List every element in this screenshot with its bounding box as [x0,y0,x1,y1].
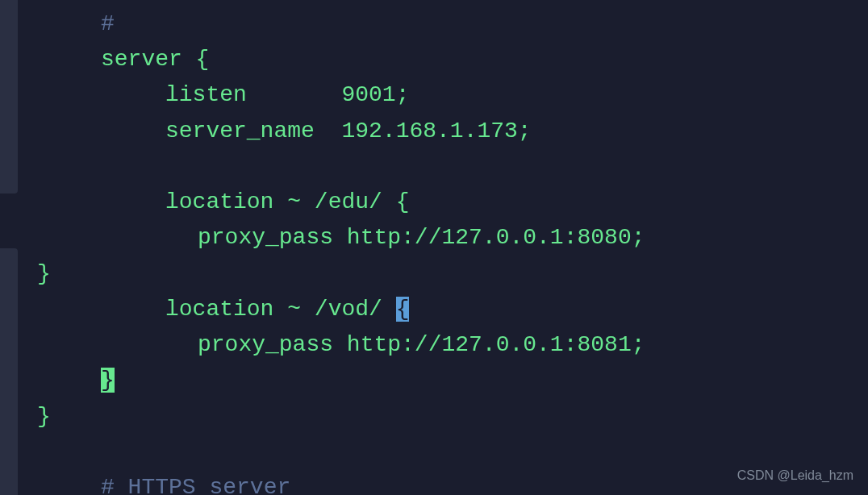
code-line[interactable]: server_name 192.168.1.173; [0,114,868,149]
code-token: location ~ /vod/ [165,297,396,322]
code-line[interactable]: # [0,6,868,42]
code-token: # HTTPS server [101,475,290,495]
code-line[interactable]: location ~ /vod/ { [0,292,868,327]
code-token: # [101,11,115,36]
code-line[interactable]: } [0,363,868,398]
cursor: { [396,297,410,322]
code-token: } [37,404,51,429]
code-token: proxy_pass http://127.0.0.1:8080; [198,225,645,250]
code-token: listen 9001; [165,82,409,107]
code-line[interactable]: listen 9001; [0,77,868,113]
code-line[interactable]: proxy_pass http://127.0.0.1:8080; [0,220,868,256]
gutter-stub-top [0,0,18,193]
matching-brace: } [101,368,115,393]
code-line[interactable]: server { [0,42,868,77]
code-token: server { [101,47,209,72]
code-token: location ~ /edu/ { [165,189,409,214]
code-editor[interactable]: #server {listen 9001;server_name 192.168… [0,0,868,495]
gutter-stub-bottom [0,248,18,495]
code-token: proxy_pass http://127.0.0.1:8081; [198,332,645,357]
code-line[interactable] [0,149,868,185]
code-line[interactable]: } [0,399,868,435]
code-token: } [37,261,51,286]
code-token: server_name 192.168.1.173; [165,119,532,144]
code-line[interactable]: location ~ /edu/ { [0,185,868,220]
watermark: CSDN @Leida_hzm [737,465,853,485]
code-line[interactable]: } [0,256,868,292]
code-line[interactable]: proxy_pass http://127.0.0.1:8081; [0,327,868,363]
